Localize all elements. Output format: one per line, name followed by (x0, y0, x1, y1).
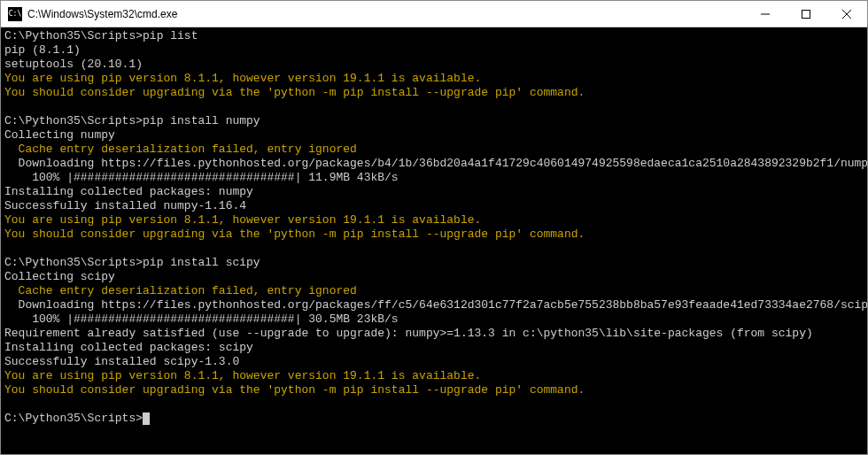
terminal-line: Downloading https://files.pythonhosted.o… (4, 157, 864, 171)
close-button[interactable] (826, 1, 867, 27)
command-text: pip install numpy (143, 114, 260, 127)
terminal-line: You should consider upgrading via the 'p… (4, 228, 864, 242)
window-title: C:\Windows\System32\cmd.exe (27, 8, 745, 20)
terminal-line: Requirement already satisfied (use --upg… (4, 327, 864, 341)
terminal-output[interactable]: C:\Python35\Scripts>pip listpip (8.1.1)s… (1, 27, 867, 454)
terminal-line: Installing collected packages: numpy (4, 185, 864, 199)
minimize-icon (761, 10, 770, 19)
prompt: C:\Python35\Scripts> (4, 114, 143, 127)
terminal-line: You are using pip version 8.1.1, however… (4, 72, 864, 86)
terminal-line (4, 397, 864, 412)
terminal-line: 100% |################################| … (4, 312, 864, 327)
window-controls (745, 1, 867, 27)
prompt: C:\Python35\Scripts> (4, 412, 143, 425)
prompt: C:\Python35\Scripts> (4, 256, 143, 269)
terminal-line: C:\Python35\Scripts> (4, 412, 864, 426)
terminal-line: C:\Python35\Scripts>pip install numpy (4, 114, 864, 128)
terminal-line: You are using pip version 8.1.1, however… (4, 213, 864, 228)
terminal-line: You are using pip version 8.1.1, however… (4, 369, 864, 383)
terminal-line: You should consider upgrading via the 'p… (4, 383, 864, 397)
prompt: C:\Python35\Scripts> (4, 29, 143, 42)
terminal-line: C:\Python35\Scripts>pip install scipy (4, 256, 864, 270)
terminal-line: C:\Python35\Scripts>pip list (4, 29, 864, 43)
cmd-icon: C:\ (8, 7, 22, 21)
terminal-line: Installing collected packages: scipy (4, 341, 864, 355)
svg-rect-1 (802, 10, 810, 18)
terminal-line: Cache entry deserialization failed, entr… (4, 143, 864, 157)
maximize-icon (802, 10, 810, 19)
terminal-line: Collecting numpy (4, 128, 864, 143)
terminal-line: Successfully installed numpy-1.16.4 (4, 199, 864, 213)
terminal-line: Collecting scipy (4, 270, 864, 284)
command-text: pip install scipy (143, 256, 260, 269)
terminal-line (4, 242, 864, 256)
command-text: pip list (143, 29, 198, 42)
minimize-button[interactable] (745, 1, 786, 27)
titlebar[interactable]: C:\ C:\Windows\System32\cmd.exe (1, 1, 867, 27)
maximize-button[interactable] (786, 1, 826, 27)
terminal-line: Downloading https://files.pythonhosted.o… (4, 298, 864, 312)
cmd-window: C:\ C:\Windows\System32\cmd.exe C:\Pytho… (0, 0, 868, 455)
close-icon (842, 10, 851, 19)
terminal-line: You should consider upgrading via the 'p… (4, 86, 864, 100)
cursor (143, 413, 150, 425)
terminal-line: Cache entry deserialization failed, entr… (4, 284, 864, 298)
terminal-line: Successfully installed scipy-1.3.0 (4, 355, 864, 369)
terminal-line: 100% |################################| … (4, 171, 864, 185)
terminal-line: pip (8.1.1) (4, 43, 864, 58)
terminal-line (4, 100, 864, 114)
terminal-line: setuptools (20.10.1) (4, 58, 864, 72)
